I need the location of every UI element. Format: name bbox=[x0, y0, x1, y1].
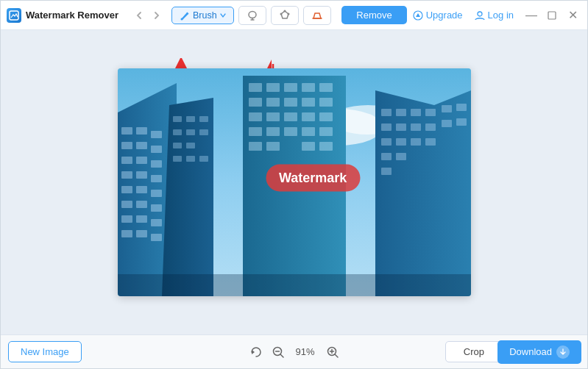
svg-rect-61 bbox=[302, 98, 315, 107]
svg-rect-41 bbox=[173, 116, 182, 122]
svg-rect-66 bbox=[302, 112, 315, 121]
svg-rect-88 bbox=[442, 120, 452, 127]
zoom-out-button[interactable] bbox=[270, 344, 286, 360]
svg-rect-37 bbox=[121, 230, 132, 237]
crop-button[interactable]: Crop bbox=[445, 341, 503, 362]
title-bar: Watermark Remover Brush bbox=[1, 1, 587, 30]
svg-marker-40 bbox=[162, 98, 213, 296]
svg-rect-59 bbox=[266, 98, 280, 107]
zoom-in-button[interactable] bbox=[325, 344, 341, 360]
svg-point-3 bbox=[283, 10, 286, 12]
svg-rect-43 bbox=[199, 116, 208, 122]
svg-rect-80 bbox=[411, 109, 421, 116]
svg-rect-84 bbox=[381, 123, 392, 131]
svg-rect-62 bbox=[319, 98, 333, 107]
svg-line-105 bbox=[335, 354, 338, 357]
rotate-button[interactable] bbox=[248, 344, 264, 360]
svg-rect-38 bbox=[136, 230, 147, 237]
login-button[interactable]: Log in bbox=[469, 7, 520, 24]
svg-rect-54 bbox=[266, 83, 280, 92]
svg-rect-36 bbox=[151, 219, 162, 226]
svg-rect-18 bbox=[151, 131, 162, 138]
window-controls: — ✕ bbox=[523, 7, 581, 24]
polygon-icon bbox=[279, 10, 291, 21]
svg-rect-85 bbox=[396, 123, 406, 131]
svg-rect-70 bbox=[284, 127, 297, 136]
svg-rect-27 bbox=[151, 175, 162, 182]
svg-rect-47 bbox=[173, 143, 182, 148]
restore-button[interactable] bbox=[543, 7, 561, 24]
remove-button[interactable]: Remove bbox=[341, 6, 406, 24]
svg-rect-89 bbox=[456, 118, 467, 126]
nav-forward-button[interactable] bbox=[148, 7, 166, 24]
erase-tool-button[interactable] bbox=[303, 6, 331, 25]
download-button[interactable]: Download bbox=[497, 340, 581, 364]
svg-rect-97 bbox=[118, 274, 471, 296]
svg-rect-49 bbox=[173, 156, 182, 162]
svg-point-5 bbox=[280, 12, 282, 15]
app-icon bbox=[7, 8, 21, 23]
svg-point-4 bbox=[287, 12, 289, 15]
svg-rect-23 bbox=[136, 157, 147, 164]
nav-back-button[interactable] bbox=[130, 7, 148, 24]
svg-rect-24 bbox=[151, 160, 162, 168]
svg-rect-93 bbox=[425, 138, 436, 146]
bottom-bar: New Image 91% Crop Downlo bbox=[1, 334, 587, 368]
svg-rect-75 bbox=[302, 142, 315, 151]
svg-rect-79 bbox=[396, 109, 406, 116]
new-image-button[interactable]: New Image bbox=[8, 341, 82, 362]
svg-rect-17 bbox=[136, 127, 147, 135]
close-button[interactable]: ✕ bbox=[564, 7, 581, 24]
svg-rect-42 bbox=[186, 116, 195, 122]
minimize-button[interactable]: — bbox=[523, 7, 540, 24]
lasso-icon bbox=[247, 10, 258, 21]
svg-rect-72 bbox=[319, 127, 333, 136]
zoom-level: 91% bbox=[292, 346, 319, 357]
svg-rect-21 bbox=[151, 146, 162, 153]
upgrade-label: Upgrade bbox=[426, 10, 463, 21]
svg-marker-98 bbox=[252, 350, 255, 354]
svg-rect-8 bbox=[548, 12, 556, 19]
svg-rect-58 bbox=[249, 98, 262, 107]
svg-rect-95 bbox=[396, 153, 406, 160]
svg-rect-65 bbox=[284, 112, 297, 121]
svg-rect-30 bbox=[151, 190, 162, 197]
svg-rect-83 bbox=[456, 104, 467, 111]
svg-rect-92 bbox=[411, 138, 421, 146]
svg-rect-35 bbox=[136, 215, 147, 223]
svg-rect-50 bbox=[186, 156, 195, 162]
svg-point-1 bbox=[180, 18, 183, 20]
login-label: Log in bbox=[488, 10, 514, 21]
svg-rect-34 bbox=[121, 215, 132, 223]
svg-rect-55 bbox=[284, 83, 297, 92]
svg-rect-29 bbox=[136, 186, 147, 193]
svg-rect-44 bbox=[173, 129, 182, 135]
svg-rect-46 bbox=[199, 129, 208, 135]
svg-rect-82 bbox=[442, 105, 452, 112]
erase-icon bbox=[311, 10, 323, 21]
image-container: Watermark bbox=[118, 68, 471, 296]
polygon-tool-button[interactable] bbox=[271, 6, 299, 25]
svg-rect-71 bbox=[302, 127, 315, 136]
upgrade-button[interactable]: Upgrade bbox=[407, 7, 469, 24]
svg-rect-87 bbox=[425, 123, 436, 131]
app-title: Watermark Remover bbox=[26, 10, 118, 21]
svg-rect-90 bbox=[381, 138, 392, 146]
svg-rect-31 bbox=[121, 201, 132, 208]
svg-rect-22 bbox=[121, 157, 132, 164]
svg-rect-78 bbox=[381, 109, 392, 116]
chevron-down-icon bbox=[220, 12, 226, 18]
svg-rect-52 bbox=[243, 76, 346, 296]
svg-rect-25 bbox=[121, 171, 132, 179]
download-icon bbox=[556, 345, 570, 359]
svg-rect-81 bbox=[425, 109, 436, 116]
svg-rect-69 bbox=[266, 127, 280, 136]
main-area: Watermark bbox=[1, 30, 587, 334]
brush-tool-button[interactable]: Brush bbox=[171, 7, 234, 24]
download-label: Download bbox=[509, 346, 552, 357]
svg-rect-45 bbox=[186, 129, 195, 135]
svg-rect-39 bbox=[151, 234, 162, 241]
svg-rect-26 bbox=[136, 171, 147, 179]
svg-line-101 bbox=[280, 354, 283, 357]
lasso-tool-button[interactable] bbox=[238, 6, 266, 25]
